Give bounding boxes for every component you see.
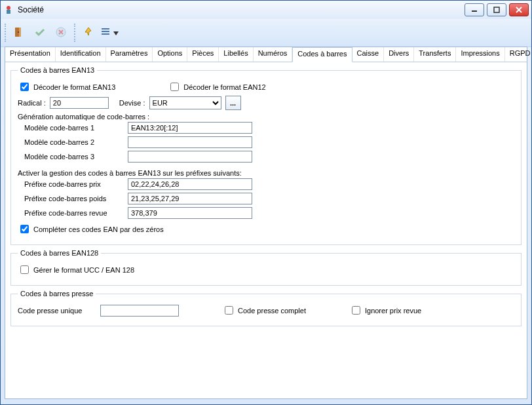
model3-label: Modèle code-barres 3: [24, 153, 123, 161]
tab-param-tres[interactable]: Paramètres: [106, 47, 153, 62]
prefix-revue-label: Préfixe code-barres revue: [24, 209, 123, 217]
prefix-poids-input[interactable]: [128, 193, 252, 204]
model2-label: Modèle code-barres 2: [24, 138, 123, 146]
tab-num-ros[interactable]: Numéros: [254, 47, 293, 62]
tab-transferts[interactable]: Transferts: [414, 47, 456, 62]
devise-browse-button[interactable]: ...: [225, 96, 241, 110]
tab-pi-ces[interactable]: Pièces: [187, 47, 219, 62]
maximize-button[interactable]: [487, 3, 506, 16]
tab-divers[interactable]: Divers: [384, 47, 414, 62]
pin-icon: [83, 26, 94, 39]
decode-ean12-checkbox[interactable]: [170, 83, 179, 91]
tab-rgpd[interactable]: RGPD: [505, 47, 532, 62]
svg-point-0: [7, 6, 10, 10]
toolbar-exit-button[interactable]: [10, 24, 28, 42]
manage-ucc-checkbox[interactable]: [20, 265, 29, 274]
manage-ucc-label: Gérer le format UCC / EAN 128: [33, 266, 134, 274]
svg-rect-7: [19, 28, 21, 37]
tab-libell-s[interactable]: Libellés: [219, 47, 253, 62]
tab-pr-sentation[interactable]: Présentation: [5, 47, 56, 62]
toolbar: [1, 19, 531, 47]
complete-zeros-checkbox-wrap[interactable]: Compléter ces codes EAN par des zéros: [18, 223, 164, 235]
group-ean128: Codes à barres EAN128 Gérer le format UC…: [10, 249, 522, 286]
prefix-poids-label: Préfixe code-barres poids: [24, 195, 123, 202]
tab-options[interactable]: Options: [153, 47, 187, 62]
app-icon: [3, 5, 14, 15]
decode-ean13-checkbox-wrap[interactable]: Décoder le format EAN13: [18, 81, 115, 93]
check-icon: [34, 26, 46, 39]
toolbar-cancel-button[interactable]: [52, 24, 70, 42]
ignorer-prix-checkbox-wrap[interactable]: Ignorer prix revue: [349, 304, 421, 317]
presse-complet-checkbox[interactable]: [225, 306, 233, 315]
prefix-note: Activer la gestion des codes à barres EA…: [18, 169, 514, 177]
tab-identification[interactable]: Identification: [56, 47, 106, 62]
titlebar: Société: [1, 1, 531, 19]
model1-label: Modèle code-barres 1: [24, 124, 123, 132]
toolbar-pin-button[interactable]: [79, 24, 98, 42]
presse-unique-input[interactable]: [100, 305, 179, 317]
decode-ean12-label: Décoder le format EAN12: [183, 83, 265, 91]
chevron-down-icon: [113, 29, 119, 37]
svg-point-8: [18, 31, 19, 33]
group-ean13-legend: Codes à barres EAN13: [18, 66, 97, 74]
devise-label: Devise :: [119, 99, 145, 107]
group-ean128-legend: Codes à barres EAN128: [18, 249, 101, 257]
manage-ucc-checkbox-wrap[interactable]: Gérer le format UCC / EAN 128: [18, 263, 134, 276]
svg-rect-13: [102, 31, 109, 32]
complete-zeros-checkbox[interactable]: [20, 225, 29, 233]
presse-unique-label: Code presse unique: [18, 307, 96, 315]
toolbar-list-button[interactable]: [100, 24, 119, 42]
door-icon: [13, 26, 25, 39]
prefix-prix-input[interactable]: [128, 178, 252, 190]
model1-input[interactable]: [128, 122, 252, 134]
minimize-button[interactable]: [465, 3, 484, 16]
radical-label: Radical :: [18, 99, 46, 107]
svg-rect-1: [7, 10, 10, 14]
tab-codes-barres[interactable]: Codes à barres: [292, 47, 352, 62]
tab-content: Codes à barres EAN13 Décoder le format E…: [5, 62, 527, 334]
window-frame: Société: [0, 0, 532, 405]
close-button[interactable]: [509, 3, 529, 16]
group-presse-legend: Codes à barres presse: [18, 290, 96, 298]
group-ean13: Codes à barres EAN13 Décoder le format E…: [10, 66, 522, 245]
radical-input[interactable]: [50, 97, 109, 109]
ignorer-prix-label: Ignorer prix revue: [365, 307, 421, 315]
tab-strip: PrésentationIdentificationParamètresOpti…: [5, 47, 527, 62]
ignorer-prix-checkbox[interactable]: [352, 306, 360, 315]
model2-input[interactable]: [128, 136, 252, 148]
decode-ean13-label: Décoder le format EAN13: [33, 83, 115, 91]
client-area: PrésentationIdentificationParamètresOpti…: [5, 47, 527, 399]
group-presse: Codes à barres presse Code presse unique…: [10, 290, 522, 326]
x-circle-icon: [55, 26, 67, 39]
model3-input[interactable]: [128, 151, 252, 163]
prefix-prix-label: Préfixe code-barres prix: [24, 180, 123, 188]
auto-gen-label: Génération automatique de code-barres :: [18, 113, 514, 121]
svg-rect-12: [102, 28, 109, 29]
tab-caisse[interactable]: Caisse: [352, 47, 385, 62]
svg-rect-14: [102, 33, 109, 35]
complete-zeros-label: Compléter ces codes EAN par des zéros: [33, 225, 164, 233]
decode-ean13-checkbox[interactable]: [20, 83, 29, 91]
window-title: Société: [18, 5, 465, 14]
devise-select[interactable]: EUR: [149, 96, 221, 109]
decode-ean12-checkbox-wrap[interactable]: Décoder le format EAN12: [168, 81, 265, 93]
presse-complet-label: Code presse complet: [238, 307, 306, 315]
prefix-revue-input[interactable]: [128, 207, 252, 219]
tab-impressions[interactable]: Impressions: [456, 47, 504, 62]
list-icon: [100, 26, 112, 39]
presse-complet-checkbox-wrap[interactable]: Code presse complet: [222, 304, 306, 317]
toolbar-save-button[interactable]: [31, 24, 49, 42]
svg-rect-3: [494, 7, 499, 12]
